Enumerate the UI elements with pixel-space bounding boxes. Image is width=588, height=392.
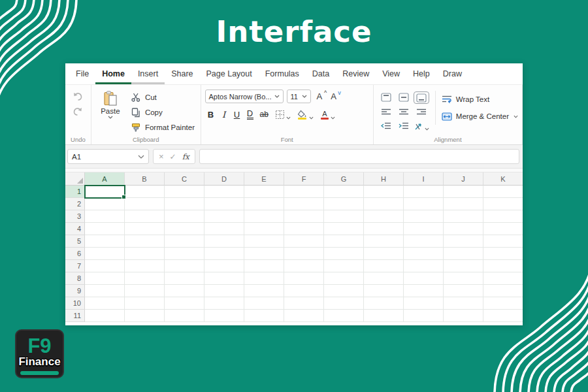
borders-button[interactable]: [275, 110, 291, 120]
cell-D7[interactable]: [204, 260, 244, 272]
cell-H2[interactable]: [364, 198, 404, 210]
cell-A11[interactable]: [85, 310, 125, 322]
cell-F11[interactable]: [284, 310, 324, 322]
cell-F3[interactable]: [284, 210, 324, 223]
cell-F7[interactable]: [284, 260, 324, 272]
cell-J10[interactable]: [444, 297, 483, 310]
align-right-button[interactable]: [416, 108, 427, 116]
cell-G2[interactable]: [324, 198, 364, 210]
cell-B8[interactable]: [125, 272, 165, 285]
column-header-K[interactable]: K: [483, 172, 523, 186]
cell-K4[interactable]: [483, 223, 523, 235]
cell-E10[interactable]: [244, 297, 284, 310]
row-header-10[interactable]: 10: [65, 297, 85, 310]
cell-G4[interactable]: [324, 223, 364, 235]
cell-I11[interactable]: [404, 310, 444, 322]
cell-E2[interactable]: [244, 198, 284, 210]
cell-J11[interactable]: [444, 310, 483, 322]
cell-J2[interactable]: [444, 198, 483, 210]
cell-C6[interactable]: [165, 248, 204, 260]
decrease-indent-button[interactable]: [381, 122, 391, 130]
cell-H8[interactable]: [364, 272, 404, 285]
cell-B5[interactable]: [125, 235, 165, 248]
cell-B4[interactable]: [125, 223, 165, 235]
cancel-button[interactable]: ×: [159, 152, 164, 161]
cell-H3[interactable]: [364, 210, 404, 223]
cell-G7[interactable]: [324, 260, 364, 272]
insert-function-button[interactable]: fx: [182, 152, 189, 161]
column-header-B[interactable]: B: [125, 172, 165, 186]
cell-G5[interactable]: [324, 235, 364, 248]
cell-F4[interactable]: [284, 223, 324, 235]
orientation-button[interactable]: [414, 122, 429, 131]
column-header-C[interactable]: C: [165, 172, 204, 186]
cell-A4[interactable]: [85, 223, 125, 235]
cell-F1[interactable]: [284, 186, 324, 198]
cell-C10[interactable]: [165, 297, 204, 310]
cell-H11[interactable]: [364, 310, 404, 322]
cell-C3[interactable]: [165, 210, 204, 223]
cell-C2[interactable]: [165, 198, 204, 210]
cell-C1[interactable]: [165, 186, 204, 198]
row-header-2[interactable]: 2: [65, 198, 85, 210]
format-painter-button[interactable]: Format Painter: [131, 122, 195, 133]
tab-draw[interactable]: Draw: [436, 65, 468, 84]
cell-C5[interactable]: [165, 235, 204, 248]
cell-K10[interactable]: [483, 297, 523, 310]
cell-H7[interactable]: [364, 260, 404, 272]
cell-F10[interactable]: [284, 297, 324, 310]
cell-K8[interactable]: [483, 272, 523, 285]
cell-A6[interactable]: [85, 248, 125, 260]
cell-E4[interactable]: [244, 223, 284, 235]
cell-F5[interactable]: [284, 235, 324, 248]
tab-insert[interactable]: Insert: [131, 65, 165, 84]
cell-G9[interactable]: [324, 285, 364, 297]
row-header-3[interactable]: 3: [65, 210, 85, 223]
cell-C7[interactable]: [165, 260, 204, 272]
tab-home[interactable]: Home: [95, 65, 131, 84]
column-header-G[interactable]: G: [324, 172, 364, 186]
cell-J7[interactable]: [444, 260, 483, 272]
cell-K3[interactable]: [483, 210, 523, 223]
cell-C9[interactable]: [165, 285, 204, 297]
cell-H6[interactable]: [364, 248, 404, 260]
cell-K6[interactable]: [483, 248, 523, 260]
cell-I8[interactable]: [404, 272, 444, 285]
cell-D10[interactable]: [204, 297, 244, 310]
row-header-5[interactable]: 5: [65, 235, 85, 248]
cell-A5[interactable]: [85, 235, 125, 248]
cell-A10[interactable]: [85, 297, 125, 310]
cell-A1[interactable]: [85, 186, 125, 198]
cell-F2[interactable]: [284, 198, 324, 210]
cell-A9[interactable]: [85, 285, 125, 297]
cell-B3[interactable]: [125, 210, 165, 223]
column-header-J[interactable]: J: [444, 172, 483, 186]
align-left-button[interactable]: [381, 108, 391, 116]
paste-button[interactable]: Paste: [95, 90, 125, 134]
column-header-D[interactable]: D: [204, 172, 244, 186]
row-header-9[interactable]: 9: [65, 285, 85, 297]
cell-D8[interactable]: [204, 272, 244, 285]
cell-D9[interactable]: [204, 285, 244, 297]
cell-I1[interactable]: [404, 186, 444, 198]
cell-E11[interactable]: [244, 310, 284, 322]
cell-J5[interactable]: [444, 235, 483, 248]
cell-H5[interactable]: [364, 235, 404, 248]
cell-B11[interactable]: [125, 310, 165, 322]
cell-I9[interactable]: [404, 285, 444, 297]
redo-button[interactable]: [72, 106, 84, 116]
cell-J6[interactable]: [444, 248, 483, 260]
cell-J1[interactable]: [444, 186, 483, 198]
cell-B9[interactable]: [125, 285, 165, 297]
increase-indent-button[interactable]: [399, 122, 409, 130]
cell-G10[interactable]: [324, 297, 364, 310]
wrap-text-button[interactable]: Wrap Text: [442, 93, 518, 105]
cell-K5[interactable]: [483, 235, 523, 248]
cell-H9[interactable]: [364, 285, 404, 297]
cell-F8[interactable]: [284, 272, 324, 285]
row-header-11[interactable]: 11: [65, 310, 85, 322]
italic-button[interactable]: I: [221, 110, 227, 120]
copy-button[interactable]: Copy: [131, 106, 195, 118]
font-name-select[interactable]: Aptos Narrow (Bo...: [205, 90, 284, 103]
row-header-6[interactable]: 6: [65, 248, 85, 260]
